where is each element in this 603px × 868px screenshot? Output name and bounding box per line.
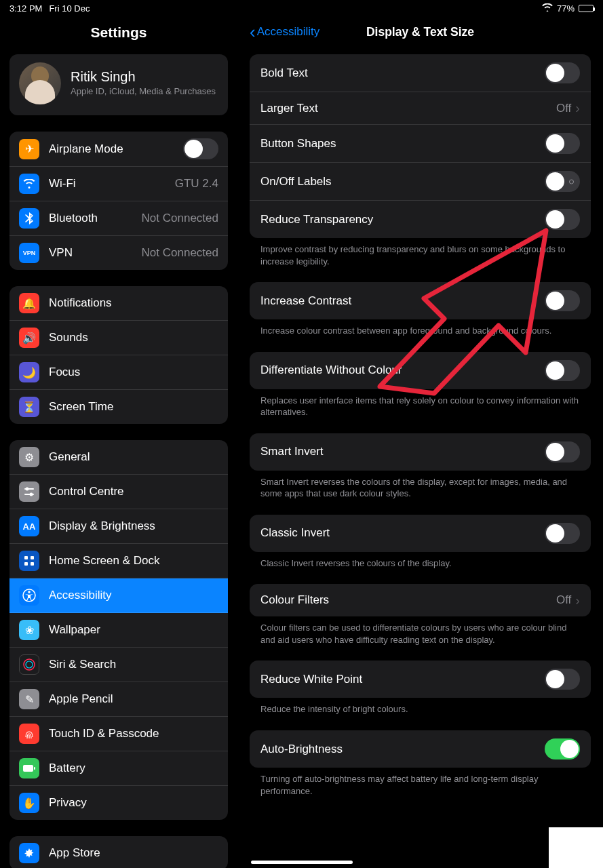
moon-icon: 🌙 bbox=[19, 362, 39, 382]
row-reduce-white-point[interactable]: Reduce White Point bbox=[250, 660, 591, 698]
profile-name: Ritik Singh bbox=[71, 69, 216, 85]
profile-row[interactable]: Ritik Singh Apple ID, iCloud, Media & Pu… bbox=[9, 54, 228, 115]
sidebar-item-focus[interactable]: 🌙 Focus bbox=[9, 355, 228, 390]
sidebar-item-battery[interactable]: Battery bbox=[9, 751, 228, 786]
profile-sub: Apple ID, iCloud, Media & Purchases bbox=[71, 86, 216, 98]
settings-sidebar: Settings Ritik Singh Apple ID, iCloud, M… bbox=[0, 16, 237, 868]
row-classic-invert[interactable]: Classic Invert bbox=[250, 515, 591, 552]
main-panel: ‹ Accessibility Display & Text Size Bold… bbox=[237, 16, 603, 868]
sidebar-item-siri[interactable]: Siri & Search bbox=[9, 648, 228, 682]
chevron-right-icon: › bbox=[575, 593, 580, 608]
help-smart-invert: Smart Invert reverses the colours of the… bbox=[250, 471, 591, 515]
chevron-left-icon: ‹ bbox=[250, 23, 256, 41]
help-classic-invert: Classic Invert reverses the colours of t… bbox=[250, 552, 591, 585]
help-differentiate-colour: Replaces user interface items that rely … bbox=[250, 389, 591, 433]
svg-rect-4 bbox=[24, 556, 28, 559]
toggle-smart-invert[interactable] bbox=[545, 441, 580, 462]
svg-rect-13 bbox=[34, 767, 35, 770]
sidebar-item-touchid[interactable]: Touch ID & Passcode bbox=[9, 717, 228, 751]
toggle-differentiate-colour[interactable] bbox=[545, 360, 580, 381]
home-indicator bbox=[251, 861, 353, 864]
bell-icon: 🔔 bbox=[19, 293, 39, 313]
sidebar-item-bluetooth[interactable]: Bluetooth Not Connected bbox=[9, 201, 228, 236]
row-bold-text[interactable]: Bold Text bbox=[250, 54, 591, 92]
svg-rect-5 bbox=[31, 556, 34, 559]
speaker-icon: 🔊 bbox=[19, 328, 39, 348]
wifi-icon bbox=[542, 3, 553, 14]
sidebar-item-wallpaper[interactable]: ❀ Wallpaper bbox=[9, 613, 228, 648]
chevron-right-icon: › bbox=[575, 100, 580, 116]
sidebar-item-vpn[interactable]: VPN VPN Not Connected bbox=[9, 236, 228, 270]
avatar bbox=[19, 62, 61, 104]
toggle-reduce-transparency[interactable] bbox=[545, 209, 580, 230]
hand-icon: ✋ bbox=[19, 793, 39, 813]
row-reduce-transparency[interactable]: Reduce Transparency bbox=[250, 201, 591, 238]
pencil-icon: ✎ bbox=[19, 689, 39, 709]
battery-percent: 77% bbox=[557, 3, 575, 14]
gear-icon: ⚙ bbox=[19, 447, 39, 467]
grid-icon bbox=[19, 551, 39, 571]
sidebar-item-airplane[interactable]: ✈ Airplane Mode bbox=[9, 132, 228, 167]
sliders-icon bbox=[19, 481, 39, 502]
row-auto-brightness[interactable]: Auto-Brightness bbox=[250, 730, 591, 768]
help-reduce-transparency: Improve contrast by reducing transparenc… bbox=[250, 238, 591, 282]
sidebar-item-screentime[interactable]: ⏳ Screen Time bbox=[9, 390, 228, 424]
svg-rect-3 bbox=[24, 494, 34, 495]
bluetooth-icon bbox=[19, 208, 39, 229]
toggle-increase-contrast[interactable] bbox=[545, 290, 580, 311]
svg-rect-12 bbox=[23, 765, 33, 772]
siri-icon bbox=[19, 654, 39, 675]
airplane-icon: ✈ bbox=[19, 139, 39, 159]
sidebar-item-general[interactable]: ⚙ General bbox=[9, 440, 228, 475]
battery-icon bbox=[579, 5, 594, 12]
sidebar-item-privacy[interactable]: ✋ Privacy bbox=[9, 786, 228, 820]
svg-point-9 bbox=[28, 591, 31, 593]
sidebar-item-control[interactable]: Control Centre bbox=[9, 475, 228, 509]
page-title: Display & Text Size bbox=[366, 25, 474, 39]
sidebar-item-notifications[interactable]: 🔔 Notifications bbox=[9, 286, 228, 321]
help-colour-filters: Colour filters can be used to differenti… bbox=[250, 616, 591, 660]
row-button-shapes[interactable]: Button Shapes bbox=[250, 125, 591, 163]
sidebar-item-display[interactable]: AA Display & Brightness bbox=[9, 509, 228, 544]
row-onoff-labels[interactable]: On/Off Labels bbox=[250, 163, 591, 201]
help-increase-contrast: Increase colour contrast between app for… bbox=[250, 319, 591, 352]
accessibility-icon bbox=[19, 585, 39, 606]
flower-icon: ❀ bbox=[19, 620, 39, 640]
svg-point-11 bbox=[26, 661, 33, 668]
appstore-icon bbox=[19, 843, 39, 863]
status-bar: 3:12 PM Fri 10 Dec 77% bbox=[0, 0, 603, 16]
sidebar-item-sounds[interactable]: 🔊 Sounds bbox=[9, 321, 228, 355]
help-auto-brightness: Turning off auto-brightness may affect b… bbox=[250, 768, 591, 812]
vpn-icon: VPN bbox=[19, 243, 39, 263]
sidebar-title: Settings bbox=[0, 16, 237, 54]
status-time: 3:12 PM bbox=[9, 3, 42, 14]
sidebar-item-accessibility[interactable]: Accessibility bbox=[9, 578, 228, 613]
text-size-icon: AA bbox=[19, 516, 39, 536]
airplane-toggle[interactable] bbox=[183, 138, 218, 159]
sidebar-item-wifi[interactable]: Wi-Fi GTU 2.4 bbox=[9, 167, 228, 201]
toggle-reduce-white-point[interactable] bbox=[545, 669, 580, 690]
back-button[interactable]: ‹ Accessibility bbox=[250, 23, 319, 41]
hourglass-icon: ⏳ bbox=[19, 397, 39, 417]
row-larger-text[interactable]: Larger Text Off › bbox=[250, 92, 591, 125]
sidebar-item-home[interactable]: Home Screen & Dock bbox=[9, 544, 228, 578]
wifi-settings-icon bbox=[19, 174, 39, 194]
svg-rect-2 bbox=[24, 488, 34, 490]
svg-rect-6 bbox=[24, 562, 28, 566]
sidebar-item-appstore[interactable]: App Store bbox=[9, 836, 228, 868]
help-reduce-white-point: Reduce the intensity of bright colours. bbox=[250, 698, 591, 730]
battery-icon bbox=[19, 758, 39, 778]
toggle-button-shapes[interactable] bbox=[545, 133, 580, 154]
toggle-classic-invert[interactable] bbox=[545, 523, 580, 544]
row-colour-filters[interactable]: Colour Filters Off › bbox=[250, 584, 591, 616]
toggle-bold-text[interactable] bbox=[545, 62, 580, 83]
toggle-onoff-labels[interactable] bbox=[545, 171, 580, 192]
sidebar-item-pencil[interactable]: ✎ Apple Pencil bbox=[9, 682, 228, 717]
white-patch bbox=[549, 827, 603, 868]
svg-rect-7 bbox=[31, 562, 34, 566]
row-smart-invert[interactable]: Smart Invert bbox=[250, 433, 591, 471]
status-date: Fri 10 Dec bbox=[49, 3, 90, 14]
toggle-auto-brightness[interactable] bbox=[545, 738, 580, 760]
row-increase-contrast[interactable]: Increase Contrast bbox=[250, 282, 591, 319]
row-differentiate-colour[interactable]: Differentiate Without Colour bbox=[250, 352, 591, 389]
